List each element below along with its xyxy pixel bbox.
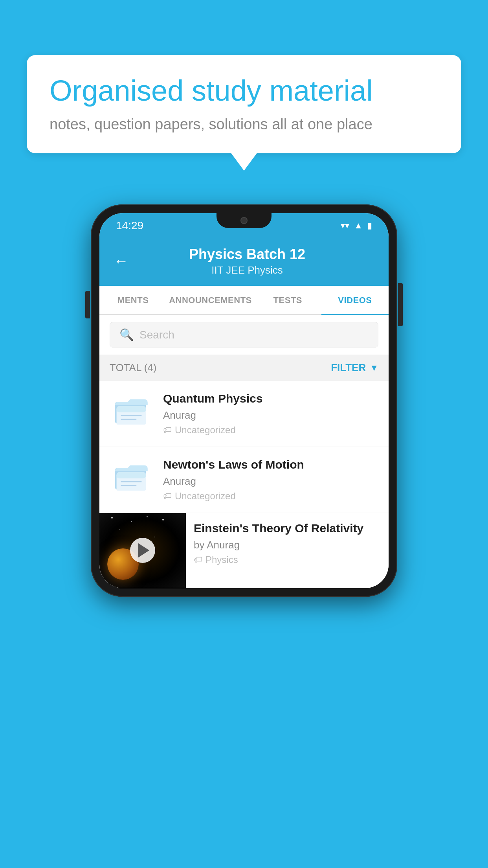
status-time: 14:29 [116,219,143,232]
filter-bar: TOTAL (4) FILTER ▼ [99,355,389,381]
video-author: by Anurag [194,539,381,551]
phone-mockup: 14:29 ▾▾ ▲ ▮ ← Physics Batch 12 IIT JEE … [91,204,397,597]
filter-button[interactable]: FILTER ▼ [331,362,378,374]
app-bar-title: Physics Batch 12 [139,246,355,263]
app-bar: ← Physics Batch 12 IIT JEE Physics [99,238,389,286]
video-thumbnail [99,513,186,588]
tag-icon: 🏷 [163,425,172,435]
video-tag: 🏷 Physics [194,554,381,565]
battery-icon: ▮ [367,221,372,231]
tab-videos[interactable]: VIDEOS [321,286,389,314]
search-bar-container: 🔍 Search [99,315,389,355]
video-title: Einstein's Theory Of Relativity [194,522,381,535]
tab-tests[interactable]: TESTS [254,286,321,314]
svg-rect-2 [117,406,146,412]
total-count: TOTAL (4) [110,362,156,374]
video-author: Anurag [163,409,378,421]
tag-text: Uncategorized [175,425,236,436]
tab-ments[interactable]: MENTS [99,286,167,314]
tab-announcements[interactable]: ANNOUNCEMENTS [167,286,254,314]
wifi-icon: ▾▾ [341,221,349,231]
filter-label: FILTER [331,362,366,374]
list-item[interactable]: Quantum Physics Anurag 🏷 Uncategorized [99,381,389,447]
video-info: Newton's Laws of Motion Anurag 🏷 Uncateg… [163,458,378,502]
list-item[interactable]: Einstein's Theory Of Relativity by Anura… [99,513,389,588]
search-placeholder: Search [139,329,174,341]
video-list: Quantum Physics Anurag 🏷 Uncategorized [99,381,389,588]
tag-text: Uncategorized [175,491,236,502]
video-author: Anurag [163,475,378,487]
camera [240,217,248,224]
back-button[interactable]: ← [114,253,128,270]
video-title: Quantum Physics [163,392,378,405]
play-button[interactable] [130,538,155,563]
status-icons: ▾▾ ▲ ▮ [341,221,372,231]
notch [216,213,272,228]
video-title: Newton's Laws of Motion [163,458,378,471]
video-info: Einstein's Theory Of Relativity by Anura… [186,513,389,574]
status-bar: 14:29 ▾▾ ▲ ▮ [99,213,389,238]
search-bar[interactable]: 🔍 Search [110,322,378,348]
folder-icon [114,460,149,491]
tag-icon: 🏷 [194,555,202,565]
app-bar-title-group: Physics Batch 12 IIT JEE Physics [139,246,355,276]
einstein-bg [99,513,186,588]
video-tag: 🏷 Uncategorized [163,425,378,436]
signal-icon: ▲ [354,221,363,231]
video-info: Quantum Physics Anurag 🏷 Uncategorized [163,392,378,436]
svg-rect-7 [117,472,146,478]
phone-outer: 14:29 ▾▾ ▲ ▮ ← Physics Batch 12 IIT JEE … [91,204,397,597]
filter-icon: ▼ [370,363,378,373]
play-triangle-icon [138,543,149,557]
video-tag: 🏷 Uncategorized [163,491,378,502]
tag-icon: 🏷 [163,491,172,501]
folder-icon [114,394,149,425]
tab-bar: MENTS ANNOUNCEMENTS TESTS VIDEOS [99,286,389,315]
phone-screen: 14:29 ▾▾ ▲ ▮ ← Physics Batch 12 IIT JEE … [99,213,389,588]
app-bar-subtitle: IIT JEE Physics [139,264,355,276]
search-icon: 🔍 [119,328,134,342]
tag-text: Physics [205,554,238,565]
folder-thumbnail [110,458,153,493]
folder-thumbnail [110,392,153,427]
bubble-title: Organised study material [50,74,438,107]
speech-bubble: Organised study material notes, question… [27,55,461,153]
list-item[interactable]: Newton's Laws of Motion Anurag 🏷 Uncateg… [99,447,389,513]
bubble-subtitle: notes, question papers, solutions all at… [50,116,438,133]
